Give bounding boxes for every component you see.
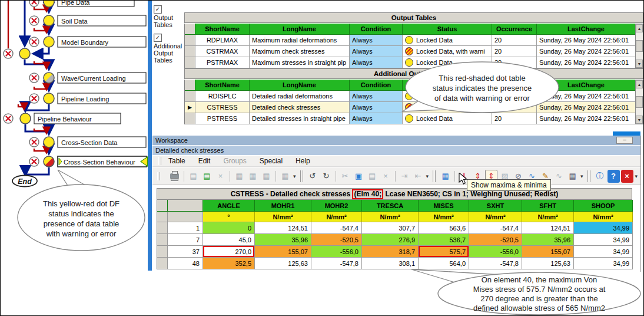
cell-shoop[interactable]: 34,99	[574, 246, 633, 258]
cell-longname[interactable]: Maximum stresses in straight pip	[250, 57, 350, 68]
toolbar-grip[interactable]	[157, 172, 160, 180]
cell-angle[interactable]: 0	[203, 222, 255, 234]
append-row-button[interactable]: ▦	[260, 170, 273, 183]
show-table-graph-button[interactable]: ▦	[439, 170, 452, 183]
display-options-button[interactable]: ▦	[566, 170, 579, 183]
row-selector[interactable]	[185, 57, 195, 68]
scroll-up-icon[interactable]: ▲	[636, 80, 643, 88]
node-model-boundary[interactable]: Model Boundary	[58, 37, 146, 47]
document-titlebar[interactable]: Detailed check stresses	[152, 146, 640, 155]
cell-mohr2[interactable]: -547,8	[311, 258, 362, 269]
menu-edit[interactable]: Edit	[198, 157, 211, 165]
cell-longname[interactable]: Detailed stresses in straight pipe	[250, 113, 350, 124]
cell-lastchange[interactable]: Sunday, 26 May 2024 22:56:01	[537, 35, 636, 46]
delete-button[interactable]: ×	[380, 170, 392, 183]
undo-button[interactable]: ↺	[307, 170, 319, 183]
copy-button[interactable]: ▣	[353, 170, 365, 183]
row-number[interactable]: 7	[168, 234, 203, 246]
scroll-thumb[interactable]	[636, 40, 643, 52]
cell-angle-highlighted[interactable]: 270,0	[203, 246, 255, 258]
checkbox-checked-icon[interactable]: ✓	[154, 34, 162, 42]
cell-mises[interactable]: 536,7	[419, 234, 469, 246]
current-row-marker-icon[interactable]: ▶	[185, 102, 195, 113]
node-pipe-data[interactable]: Pipe Data	[58, 1, 134, 6]
cell-shortname[interactable]: RDPLMAX	[195, 35, 250, 46]
scroll-down-icon[interactable]: ▼	[636, 60, 643, 68]
cell-sxht[interactable]: -547,4	[469, 222, 522, 234]
cell-sfht[interactable]: 155,07	[522, 246, 574, 258]
cell-sfht[interactable]: 124,51	[522, 222, 574, 234]
menu-special[interactable]: Special	[260, 157, 283, 165]
cell-shortname[interactable]: PSTRMAX	[195, 57, 250, 68]
cell-mohr2[interactable]: -556,0	[311, 246, 362, 258]
cell-lastchange[interactable]: Sunday, 26 May 2024 22:56:01	[537, 46, 636, 57]
cell-angle[interactable]: 352,5	[203, 258, 255, 269]
scroll-up-icon[interactable]: ▲	[636, 24, 643, 32]
goto-next-button[interactable]: ⇥	[399, 170, 411, 183]
cell-condition[interactable]: Always	[350, 46, 403, 57]
node-pipeline-behaviour[interactable]: Pipeline Behaviour	[34, 113, 121, 124]
node-cross-section-behaviour[interactable]: Cross-Section Behaviour	[58, 156, 148, 167]
cell-mohr1[interactable]: 155,07	[255, 246, 311, 258]
row-number[interactable]: 48	[168, 258, 203, 269]
cell-shortname[interactable]: CSTRMAX	[195, 46, 250, 57]
minimize-button[interactable]: –	[616, 137, 633, 144]
delete-table-button[interactable]: ×	[214, 170, 227, 183]
chevron-down-icon[interactable]: ▾	[580, 173, 583, 179]
row-selector[interactable]	[185, 113, 195, 124]
output-tables-checkbox-group[interactable]: ✓ Output Tables	[154, 5, 185, 28]
cell-mohr2[interactable]: -547,4	[311, 222, 362, 234]
close-button[interactable]: ×	[621, 170, 633, 183]
row-number[interactable]: 37	[168, 246, 203, 258]
menu-table[interactable]: Table	[168, 157, 185, 165]
cell-occurrence[interactable]: 20	[492, 35, 537, 46]
scroll-thumb[interactable]	[636, 96, 643, 108]
additional-output-tables-checkbox-group[interactable]: ✓ Additional Output Tables	[154, 34, 185, 64]
paste-button[interactable]: ▤	[366, 170, 379, 183]
node-pipeline-loading[interactable]: Pipeline Loading	[58, 93, 146, 104]
row-selector[interactable]	[157, 258, 168, 269]
menu-help[interactable]: Help	[296, 157, 310, 165]
cell-status[interactable]: Locked Data, with warni	[403, 46, 492, 57]
chart-extra-button[interactable]: ∿	[553, 170, 565, 183]
node-soil-data[interactable]: Soil Data	[58, 15, 146, 26]
row-selector[interactable]	[157, 222, 168, 234]
export-table-button[interactable]: ▤	[201, 170, 213, 183]
cell-mises-highlighted[interactable]: 575,7	[419, 246, 469, 258]
workspace-titlebar[interactable]: Workspace	[152, 136, 640, 145]
cell-mohr1[interactable]: 124,51	[255, 222, 311, 234]
edit-row-button[interactable]: ▦	[247, 170, 259, 183]
cell-shortname[interactable]: CSTRESS	[195, 102, 250, 113]
cell-longname[interactable]: Detailed check stresses	[250, 102, 350, 113]
redo-button[interactable]: ↻	[320, 170, 333, 183]
cell-mohr2[interactable]: -520,5	[311, 234, 362, 246]
import-table-button[interactable]: ▤	[187, 170, 200, 183]
toolbar-grip[interactable]	[158, 157, 161, 165]
cell-longname[interactable]: Detailed radial deformations	[250, 91, 350, 102]
cell-tresca[interactable]: 276,9	[362, 234, 419, 246]
chevron-down-icon[interactable]: ▾	[635, 173, 638, 179]
node-cross-section-data[interactable]: Cross-Section Data	[58, 137, 146, 147]
cell-status[interactable]: Locked Data	[403, 35, 492, 46]
cell-shortname[interactable]: RDISPLC	[195, 91, 250, 102]
cell-tresca[interactable]: 307,7	[362, 222, 419, 234]
cell-tresca[interactable]: 318,7	[362, 246, 419, 258]
row-selector[interactable]	[157, 246, 168, 258]
row-selector[interactable]	[185, 35, 195, 46]
cell-condition[interactable]: Always	[350, 35, 403, 46]
insert-row-button[interactable]: ▦	[233, 170, 245, 183]
print-button[interactable]	[168, 170, 181, 183]
checkbox-checked-icon[interactable]: ✓	[154, 5, 162, 14]
help-button[interactable]: ?	[608, 170, 620, 183]
output-tables-scrollbar[interactable]: ▲ ▼	[635, 24, 643, 68]
cut-button[interactable]: ✂	[339, 170, 351, 183]
additional-tables-scrollbar[interactable]: ▲ ▼	[635, 80, 643, 124]
cell-angle[interactable]: 45,0	[203, 234, 255, 246]
cell-longname[interactable]: Maximum check stresses	[250, 46, 350, 57]
chevron-down-icon[interactable]: ▾	[293, 173, 296, 179]
node-end[interactable]: End	[12, 176, 37, 187]
cell-mises[interactable]: 563,6	[419, 222, 469, 234]
row-number[interactable]: 1	[168, 222, 203, 234]
cell-shortname[interactable]: PSTRESS	[195, 113, 250, 124]
report-info-button[interactable]: ⓘ	[594, 170, 606, 183]
